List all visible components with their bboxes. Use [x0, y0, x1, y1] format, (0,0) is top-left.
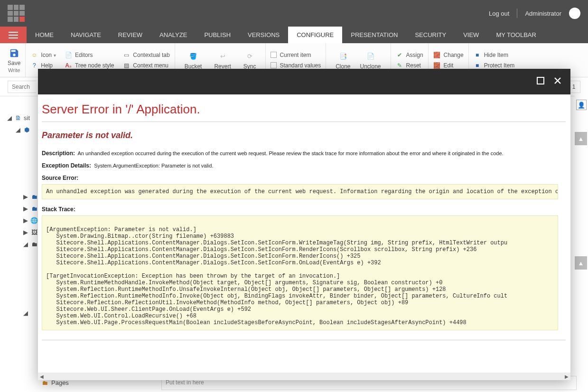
- error-modal: Server Error in '/' Application. Paramet…: [38, 69, 570, 380]
- revert-button: ↩ Revert: [209, 51, 235, 70]
- reset-icon: ✎: [396, 62, 403, 69]
- save-sublabel: Write: [8, 67, 20, 73]
- topbar-divider: [517, 9, 517, 18]
- modal-body[interactable]: Server Error in '/' Application. Paramet…: [38, 94, 570, 373]
- error-description: Description: An unhandled exception occu…: [42, 150, 566, 157]
- edit-icon: 🧱: [433, 62, 441, 69]
- folder-icon: 🖿: [30, 193, 38, 201]
- scroll-right-icon[interactable]: ▶: [563, 373, 570, 380]
- checkbox-icon: [271, 62, 277, 68]
- maximize-button[interactable]: [536, 76, 545, 87]
- editors-button[interactable]: 📄 Editors: [65, 50, 114, 60]
- logout-link[interactable]: Log out: [489, 10, 509, 17]
- hide-icon: ■: [474, 51, 481, 59]
- clone-icon: 📑: [337, 51, 349, 62]
- tab-view[interactable]: VIEW: [455, 27, 487, 43]
- error-title: Server Error in '/' Application.: [42, 102, 566, 117]
- tree-toggle[interactable]: ◢: [23, 241, 28, 248]
- unclone-icon: 📄: [365, 51, 376, 62]
- current-item-checkbox[interactable]: Current item: [271, 50, 321, 60]
- folder-icon: 🖿: [30, 241, 38, 248]
- checkbox-icon: [271, 52, 277, 58]
- clone-button: 📑 Clone: [331, 51, 355, 70]
- close-button[interactable]: [553, 76, 562, 87]
- text-style-icon: Aₐ: [65, 62, 72, 69]
- tree-item-root[interactable]: sit: [24, 114, 30, 121]
- search-input[interactable]: [8, 81, 36, 93]
- scroll-up-button[interactable]: ▲: [575, 132, 587, 145]
- tree-toggle[interactable]: ◢: [15, 126, 21, 133]
- save-button[interactable]: Save Write: [3, 43, 26, 77]
- protect-icon: ■: [474, 62, 481, 69]
- sync-icon: ⟳: [244, 51, 255, 62]
- icon-dropdown[interactable]: ☺ Icon: [30, 50, 56, 60]
- folder-icon: 🖿: [30, 205, 38, 213]
- current-user-label[interactable]: Administrator: [525, 10, 561, 17]
- tree-toggle[interactable]: ▶: [23, 193, 28, 200]
- bucket-icon: 🪣: [187, 51, 199, 62]
- doc-icon: 🗎: [14, 114, 22, 122]
- tab-home[interactable]: HOME: [27, 27, 62, 43]
- tab-analyze[interactable]: ANALYZE: [151, 27, 196, 43]
- tree-toggle[interactable]: ◢: [23, 309, 28, 317]
- tab-publish[interactable]: PUBLISH: [196, 27, 239, 43]
- source-error-label: Source Error:: [42, 175, 566, 181]
- change-icon: 🧱: [433, 51, 441, 59]
- save-icon: [9, 47, 20, 59]
- assign-button[interactable]: ✔ Assign: [396, 50, 423, 60]
- menu-icon: ▤: [122, 62, 130, 69]
- profile-icon[interactable]: 👤: [576, 100, 587, 110]
- tab-review[interactable]: REVIEW: [110, 27, 151, 43]
- image-icon: 🖼: [30, 229, 38, 236]
- tree-toggle[interactable]: ◢: [7, 114, 12, 121]
- horizontal-scrollbar[interactable]: ◀ ▶: [38, 373, 570, 380]
- help-icon: ?: [30, 62, 38, 69]
- cube-icon: ⬢: [23, 126, 30, 134]
- tab-icon: ▭: [122, 51, 130, 59]
- tab-navigate[interactable]: NAVIGATE: [62, 27, 110, 43]
- bucket-button[interactable]: 🪣 Bucket: [180, 51, 207, 70]
- change-button[interactable]: 🧱 Change: [433, 50, 464, 60]
- user-avatar-icon[interactable]: [569, 8, 580, 19]
- source-error-block: An unhandled exception was generated dur…: [42, 184, 558, 199]
- stack-trace-block: [ArgumentException: Parameter is not val…: [42, 215, 558, 330]
- right-rail: 👤 ▲ ▲: [575, 96, 588, 392]
- tree-toggle[interactable]: ▶: [23, 205, 28, 212]
- svg-rect-0: [537, 77, 544, 84]
- divider: [42, 121, 566, 122]
- tree-toggle[interactable]: ▶: [23, 229, 28, 236]
- tab-my-toolbar[interactable]: MY TOOLBAR: [487, 27, 545, 43]
- revert-icon: ↩: [217, 51, 228, 62]
- tab-configure[interactable]: CONFIGURE: [288, 27, 342, 43]
- assign-icon: ✔: [396, 51, 403, 59]
- contextual-tab-button[interactable]: ▭ Contextual tab: [122, 50, 169, 60]
- hide-item-button[interactable]: ■ Hide Item: [474, 50, 515, 60]
- scroll-up-button[interactable]: ▲: [575, 256, 587, 270]
- tree-toggle[interactable]: ▶: [23, 217, 28, 224]
- unclone-button: 📄 Unclone: [355, 51, 386, 70]
- top-header: Log out Administrator: [0, 0, 588, 27]
- app-logo-icon[interactable]: [8, 5, 25, 22]
- scroll-left-icon[interactable]: ◀: [38, 373, 46, 380]
- error-subtitle: Parameter is not valid.: [42, 131, 566, 140]
- tab-presentation[interactable]: PRESENTATION: [342, 27, 406, 43]
- sync-button: ⟳ Sync: [239, 51, 261, 70]
- tab-security[interactable]: SECURITY: [406, 27, 455, 43]
- error-exception-details: Exception Details: System.ArgumentExcept…: [42, 162, 566, 169]
- menu-button[interactable]: [0, 27, 27, 43]
- stack-trace-label: Stack Trace:: [42, 206, 566, 213]
- divider: [42, 340, 566, 340]
- globe-icon: 🌐: [30, 217, 38, 224]
- smiley-icon: ☺: [30, 51, 38, 59]
- save-label: Save: [8, 60, 20, 66]
- main-nav: HOME NAVIGATE REVIEW ANALYZE PUBLISH VER…: [0, 27, 588, 43]
- modal-titlebar: [38, 69, 570, 94]
- tab-versions[interactable]: VERSIONS: [239, 27, 288, 43]
- editors-icon: 📄: [65, 51, 72, 59]
